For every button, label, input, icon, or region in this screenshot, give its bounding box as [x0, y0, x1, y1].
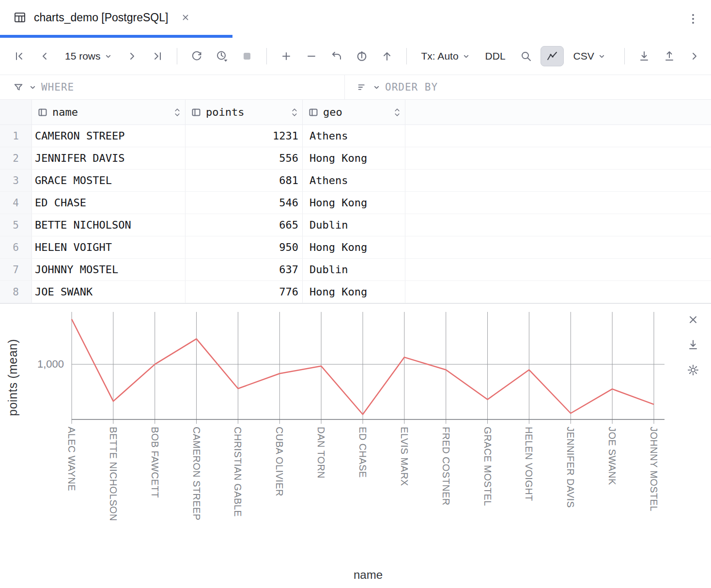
table-row: 2 JENNIFER DAVIS 556 Hong Kong — [0, 147, 711, 170]
sort-arrows-icon[interactable] — [173, 108, 181, 117]
cell-points[interactable]: 665 — [185, 214, 303, 236]
column-header-name[interactable]: name — [32, 100, 185, 124]
refresh-icon — [190, 50, 203, 62]
cell-geo[interactable]: Dublin — [303, 259, 405, 280]
download-chart-icon[interactable] — [687, 339, 699, 351]
cell-geo[interactable]: Hong Kong — [303, 192, 405, 214]
cell-name[interactable]: JENNIFER DAVIS — [32, 147, 185, 169]
add-row-button[interactable] — [276, 46, 297, 67]
cell-geo[interactable]: Dublin — [303, 214, 405, 236]
row-number[interactable]: 8 — [0, 281, 32, 303]
minus-icon — [305, 50, 318, 62]
table-row: 6 HELEN VOIGHT 950 Hong Kong — [0, 236, 711, 259]
column-icon — [309, 108, 318, 117]
x-axis-label: CUBA OLIVIER — [275, 427, 284, 496]
chevron-right-icon — [126, 50, 139, 62]
toolbar-overflow-button[interactable] — [684, 46, 705, 67]
tab-charts-demo[interactable]: charts_demo [PostgreSQL] — [0, 0, 200, 35]
row-number[interactable]: 2 — [0, 147, 32, 169]
export-format-label: CSV — [573, 50, 594, 62]
table-row: 7 JOHNNY MOSTEL 637 Dublin — [0, 259, 711, 281]
submit-button[interactable] — [351, 46, 372, 67]
sort-arrows-icon[interactable] — [393, 108, 401, 117]
refresh-button[interactable] — [186, 46, 207, 67]
sort-arrows-icon[interactable] — [291, 108, 298, 117]
last-page-button[interactable] — [147, 46, 168, 67]
cell-name[interactable]: BETTE NICHOLSON — [32, 214, 185, 236]
chart-panel: points (mean) 1,000 ALEC WAYNEBETTE NICH… — [0, 303, 711, 588]
search-button[interactable] — [515, 46, 537, 67]
column-icon — [191, 108, 201, 117]
cell-geo[interactable]: Athens — [303, 125, 405, 147]
order-by-filter-input[interactable]: ORDER BY — [345, 75, 711, 99]
first-page-button[interactable] — [9, 46, 30, 67]
cell-geo[interactable]: Hong Kong — [303, 147, 405, 169]
row-number[interactable]: 4 — [0, 192, 32, 214]
revert-button[interactable] — [326, 46, 347, 67]
cell-name[interactable]: GRACE MOSTEL — [32, 170, 185, 191]
cell-geo[interactable]: Hong Kong — [303, 236, 405, 258]
x-axis-label: ELVIS MARX — [400, 427, 409, 486]
chevron-down-icon — [29, 84, 36, 91]
import-data-button[interactable] — [634, 46, 655, 67]
cell-points[interactable]: 681 — [185, 170, 303, 191]
auto-refresh-button[interactable] — [211, 46, 232, 67]
chart-view-button[interactable] — [541, 46, 564, 66]
transaction-mode-dropdown[interactable]: Tx: Auto — [416, 46, 476, 67]
row-limit-dropdown[interactable]: 15 rows — [59, 46, 118, 67]
x-axis-label: JOHNNY MOSTEL — [649, 427, 659, 511]
next-page-button[interactable] — [122, 46, 143, 67]
cell-points[interactable]: 556 — [185, 147, 303, 169]
previous-page-button[interactable] — [34, 46, 55, 67]
cell-name[interactable]: JOE SWANK — [32, 281, 185, 303]
where-filter-input[interactable]: WHERE — [0, 75, 345, 99]
where-label: WHERE — [41, 81, 74, 93]
row-number[interactable]: 1 — [0, 125, 32, 147]
cell-geo[interactable]: Hong Kong — [303, 281, 405, 303]
stop-icon — [241, 50, 253, 62]
row-number[interactable]: 5 — [0, 214, 32, 236]
cell-name[interactable]: CAMERON STREEP — [32, 125, 185, 147]
toolbar-separator — [177, 48, 177, 64]
sort-icon — [356, 81, 368, 93]
stop-button[interactable] — [236, 46, 258, 67]
close-chart-icon[interactable] — [687, 313, 699, 326]
cell-name[interactable]: JOHNNY MOSTEL — [32, 259, 185, 280]
chart-settings-icon[interactable] — [687, 364, 699, 376]
last-page-icon — [151, 50, 164, 62]
column-header-geo[interactable]: geo — [303, 100, 405, 124]
x-axis-label: JOE SWANK — [607, 427, 617, 485]
row-limit-label: 15 rows — [65, 50, 101, 62]
x-axis-label: CHRISTIAN GABLE — [233, 427, 243, 517]
order-by-label: ORDER BY — [385, 81, 438, 93]
toolbar-separator — [624, 48, 625, 64]
more-options-icon[interactable] — [687, 13, 699, 25]
x-axis-label: ED CHASE — [358, 427, 368, 478]
table-row: 8 JOE SWANK 776 Hong Kong — [0, 281, 711, 303]
first-page-icon — [13, 50, 26, 62]
cell-points[interactable]: 1231 — [185, 125, 303, 147]
cell-points[interactable]: 637 — [185, 259, 303, 280]
chevron-left-icon — [38, 50, 51, 62]
y-axis-tick-label: 1,000 — [0, 358, 64, 371]
cell-points[interactable]: 776 — [185, 281, 303, 303]
row-number[interactable]: 6 — [0, 236, 32, 258]
cell-name[interactable]: HELEN VOIGHT — [32, 236, 185, 258]
commit-button[interactable] — [376, 46, 398, 67]
row-number[interactable]: 3 — [0, 170, 32, 191]
export-data-button[interactable] — [659, 46, 680, 67]
cell-geo[interactable]: Athens — [303, 170, 405, 191]
cell-name[interactable]: ED CHASE — [32, 192, 185, 214]
x-axis-label: FRED COSTNER — [441, 427, 451, 506]
table-row: 1 CAMERON STREEP 1231 Athens — [0, 125, 711, 147]
row-number[interactable]: 7 — [0, 259, 32, 280]
ddl-button[interactable]: DDL — [479, 46, 511, 67]
table-row: 4 ED CHASE 546 Hong Kong — [0, 192, 711, 214]
column-header-points[interactable]: points — [185, 100, 303, 124]
cell-points[interactable]: 546 — [185, 192, 303, 214]
tab-close-icon[interactable] — [181, 13, 190, 22]
filter-row: WHERE ORDER BY — [0, 75, 711, 100]
delete-row-button[interactable] — [301, 46, 322, 67]
cell-points[interactable]: 950 — [185, 236, 303, 258]
export-format-dropdown[interactable]: CSV — [568, 46, 611, 67]
